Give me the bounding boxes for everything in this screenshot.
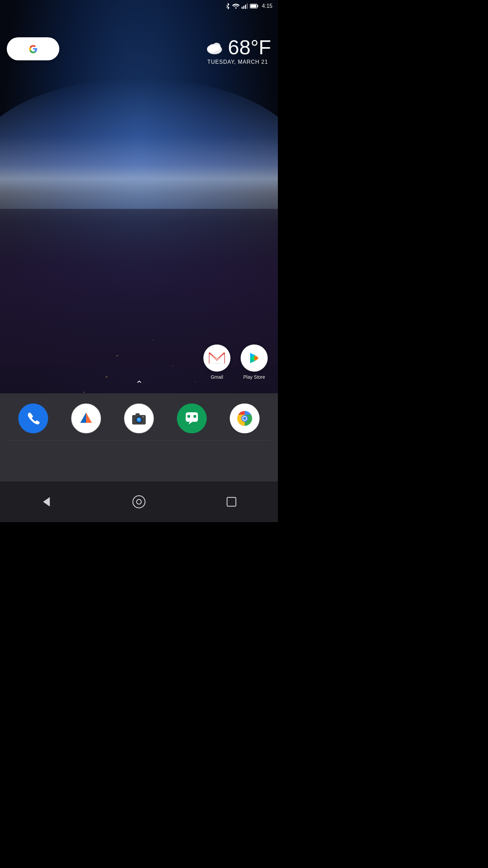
camera-icon	[124, 403, 154, 433]
weather-display: 68°F	[204, 37, 271, 58]
miguru-dock-app[interactable]	[71, 403, 101, 433]
phone-dock-app[interactable]	[18, 403, 48, 433]
gmail-label: Gmail	[211, 374, 223, 380]
recents-icon	[226, 496, 237, 508]
miguru-logo-icon	[78, 410, 95, 427]
back-button[interactable]	[36, 492, 57, 512]
city-light	[106, 376, 107, 378]
svg-rect-5	[258, 5, 258, 7]
cloud-icon	[204, 39, 225, 56]
svg-rect-24	[136, 413, 140, 416]
svg-rect-2	[245, 5, 246, 9]
svg-rect-1	[243, 6, 244, 9]
camera-dock-app[interactable]	[124, 403, 154, 433]
back-icon	[40, 496, 53, 508]
phone-icon	[18, 403, 48, 433]
svg-point-39	[137, 499, 141, 504]
status-bar: 4:15	[0, 0, 278, 12]
svg-marker-37	[43, 497, 50, 507]
weather-temperature: 68°F	[228, 37, 271, 58]
battery-icon	[250, 4, 259, 8]
svg-point-28	[138, 418, 139, 419]
svg-rect-32	[194, 415, 196, 418]
svg-rect-3	[247, 3, 248, 9]
home-button[interactable]	[129, 492, 149, 512]
weather-date: TUESDAY, MARCH 21	[204, 59, 271, 65]
chrome-dock-app[interactable]	[230, 403, 260, 433]
play-store-icon	[241, 344, 268, 372]
dock	[0, 393, 278, 522]
weather-widget[interactable]: 68°F TUESDAY, MARCH 21	[204, 37, 271, 65]
gmail-logo-icon	[208, 351, 225, 365]
hangouts-icon	[177, 403, 207, 433]
gmail-app[interactable]: Gmail	[203, 344, 230, 380]
google-search-button[interactable]	[7, 37, 59, 60]
bluetooth-icon	[225, 3, 230, 9]
camera-logo-icon	[130, 410, 148, 427]
chrome-icon	[230, 403, 260, 433]
svg-rect-31	[187, 415, 190, 418]
hangouts-dock-app[interactable]	[177, 403, 207, 433]
svg-rect-40	[227, 497, 236, 506]
hangouts-logo-icon	[183, 410, 201, 427]
svg-point-11	[209, 44, 216, 51]
play-store-logo-icon	[246, 350, 263, 367]
dock-divider	[7, 440, 271, 440]
weather-cloud-icon	[204, 39, 225, 56]
nav-bar	[0, 481, 278, 522]
play-store-app[interactable]: Play Store	[241, 344, 268, 380]
wifi-icon	[232, 3, 240, 9]
svg-point-36	[243, 417, 246, 420]
miguru-icon	[71, 403, 101, 433]
home-screen-apps: Gmail	[203, 344, 268, 380]
app-drawer-handle[interactable]: ⌃	[135, 379, 143, 390]
gmail-icon	[203, 344, 230, 372]
home-icon	[132, 495, 146, 509]
dock-apps	[0, 393, 278, 440]
phone-logo-icon	[25, 410, 42, 427]
chevron-up-icon: ⌃	[135, 379, 143, 390]
status-icons: 4:15	[225, 3, 272, 9]
clock: 4:15	[262, 3, 272, 9]
google-logo-icon	[26, 41, 41, 56]
chrome-logo-icon	[236, 410, 253, 427]
svg-rect-0	[242, 7, 243, 9]
city-light	[153, 339, 154, 340]
recents-button[interactable]	[221, 492, 242, 512]
svg-rect-6	[250, 5, 256, 8]
svg-rect-29	[142, 416, 144, 418]
city-light	[83, 392, 85, 393]
svg-point-38	[133, 496, 145, 508]
signal-icon	[242, 3, 248, 9]
play-store-label: Play Store	[243, 374, 265, 380]
